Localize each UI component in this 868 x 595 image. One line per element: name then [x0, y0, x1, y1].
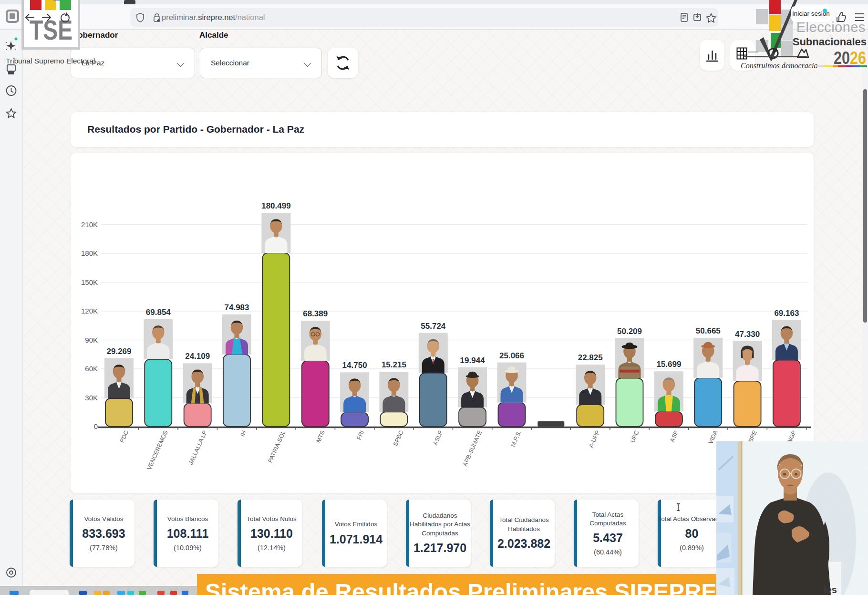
svg-text:210K: 210K	[81, 220, 98, 229]
svg-text:120K: 120K	[81, 307, 98, 315]
svg-text:24.109: 24.109	[185, 352, 210, 361]
svg-text:PATRIA-SOL: PATRIA-SOL	[267, 429, 287, 464]
svg-text:50.665: 50.665	[696, 326, 721, 335]
svg-text:74.983: 74.983	[225, 303, 249, 312]
svg-text:ASLP: ASLP	[432, 429, 444, 446]
svg-text:0: 0	[94, 422, 98, 430]
svg-text:SPBC: SPBC	[392, 429, 405, 447]
svg-text:29.269: 29.269	[107, 347, 132, 356]
svg-text:M.P.S.: M.P.S.	[509, 429, 522, 448]
svg-text:FRI: FRI	[355, 429, 365, 441]
svg-text:14.750: 14.750	[342, 361, 367, 370]
svg-text:ASP: ASP	[669, 429, 680, 443]
svg-text:47.330: 47.330	[735, 330, 760, 339]
svg-text:15.699: 15.699	[656, 360, 681, 369]
svg-text:les: les	[824, 585, 837, 595]
svg-text:JALLALLA LP: JALLALLA LP	[187, 429, 208, 466]
svg-text:A-UPP: A-UPP	[588, 429, 601, 449]
svg-text:IH: IH	[239, 429, 248, 438]
svg-text:69.163: 69.163	[774, 309, 799, 318]
svg-text:25.066: 25.066	[499, 351, 524, 360]
svg-text:69.854: 69.854	[146, 308, 171, 317]
svg-text:60K: 60K	[85, 365, 98, 373]
svg-text:55.724: 55.724	[421, 322, 446, 331]
svg-text:VENCEREMOS: VENCEREMOS	[146, 429, 169, 471]
svg-text:MTS: MTS	[315, 429, 326, 444]
svg-text:180K: 180K	[81, 249, 98, 257]
svg-text:22.825: 22.825	[578, 353, 603, 362]
svg-text:APB-SUMATE: APB-SUMATE	[462, 429, 483, 467]
svg-text:UPC: UPC	[629, 429, 641, 444]
svg-text:30K: 30K	[85, 394, 98, 402]
svg-text:19.944: 19.944	[460, 356, 486, 365]
svg-text:15.215: 15.215	[382, 360, 406, 369]
svg-text:PDC: PDC	[119, 429, 130, 444]
svg-text:90K: 90K	[85, 336, 98, 344]
svg-text:50.209: 50.209	[617, 327, 642, 336]
svg-text:150K: 150K	[81, 278, 98, 286]
svg-text:180.499: 180.499	[261, 201, 290, 210]
svg-text:68.389: 68.389	[303, 309, 328, 318]
